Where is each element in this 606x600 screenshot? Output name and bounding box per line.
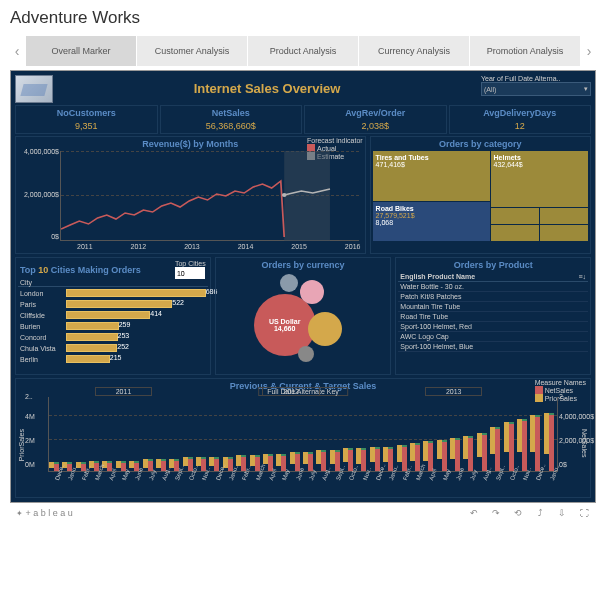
tabs-prev[interactable]: ‹ [10, 37, 24, 65]
product-row[interactable]: Water Bottle - 30 oz. [398, 282, 588, 292]
product-row[interactable]: Sport-100 Helmet, Red [398, 322, 588, 332]
cell-name: Helmets [494, 154, 521, 161]
legend-swatch [535, 386, 543, 394]
dashboard: Internet Sales Overview Year of Full Dat… [10, 70, 596, 503]
refresh-icon[interactable]: ⟲ [512, 507, 524, 519]
y-tick: 4,000,000$ [19, 148, 59, 155]
kpi-label: AvgRev/Order [307, 108, 444, 118]
y-tick: 2,000,000$ [559, 437, 601, 444]
product-row[interactable]: Mountain Tire Tube [398, 302, 588, 312]
kpi-value: 2,038$ [307, 121, 444, 131]
product-row[interactable]: Patch Kit/8 Patches [398, 292, 588, 302]
kpi-avgrev: AvgRev/Order2,038$ [304, 105, 447, 134]
cities-chart[interactable]: Top 10 Cities Making Orders Top Cities C… [15, 257, 211, 375]
treemap-cell[interactable]: Road Bikes 27,579,521$ 8,068 [373, 202, 490, 241]
city-row[interactable]: Cliffside414 [20, 310, 206, 320]
tab-currency[interactable]: Currency Analysis [359, 36, 469, 66]
treemap-cell[interactable] [540, 225, 588, 241]
revenue-chart[interactable]: Revenue($) by Months Forecast indicator … [15, 136, 366, 254]
year-label: 2012 [262, 387, 320, 396]
bubble[interactable] [308, 312, 342, 346]
svg-rect-0 [284, 151, 330, 241]
kpi-label: NoCustomers [18, 108, 155, 118]
filter-value: (All) [484, 86, 496, 93]
kpi-label: AvgDeliveryDays [452, 108, 589, 118]
panel-title: Orders by currency [261, 260, 344, 270]
year-filter[interactable]: (All) ▾ [481, 82, 591, 96]
y-tick: 4,000,000$ [559, 413, 601, 420]
y-tick: 2.. [559, 393, 601, 400]
x-tick: 2013 [184, 243, 200, 250]
kpi-netsales: NetSales56,368,660$ [160, 105, 303, 134]
sort-icon[interactable]: ≡↓ [578, 273, 586, 280]
product-row[interactable]: Sport-100 Helmet, Blue [398, 342, 588, 352]
tab-customer[interactable]: Customer Analysis [137, 36, 247, 66]
product-row[interactable]: Road Tire Tube [398, 312, 588, 322]
bubble[interactable] [280, 274, 298, 292]
city-row[interactable]: Burien259 [20, 321, 206, 331]
kpi-label: NetSales [163, 108, 300, 118]
cell-sub: 8,068 [376, 219, 394, 226]
share-icon[interactable]: ⤴ [534, 507, 546, 519]
svg-point-1 [282, 193, 287, 197]
cell-value: 27,579,521$ [376, 212, 415, 219]
undo-icon[interactable]: ↶ [468, 507, 480, 519]
bubble-value: 14,660 [274, 325, 295, 332]
year-label: 2011 [95, 387, 153, 396]
kpi-value: 12 [452, 121, 589, 131]
cell-value: 432,644$ [494, 161, 523, 168]
treemap-cell[interactable] [540, 208, 588, 224]
treemap-cell[interactable] [491, 208, 539, 224]
product-row[interactable]: AWC Logo Cap [398, 332, 588, 342]
treemap-cell[interactable] [491, 225, 539, 241]
category-treemap[interactable]: Orders by category Tires and Tubes 471,4… [370, 136, 591, 254]
fullscreen-icon[interactable]: ⛶ [578, 507, 590, 519]
currency-chart[interactable]: Orders by currency US Dollar 14,660 [215, 257, 392, 375]
top-n-input[interactable] [175, 267, 205, 279]
panel-title: Orders by Product [398, 260, 588, 270]
legend-title: Forecast indicator [307, 137, 363, 144]
y-tick: 0M [25, 461, 35, 468]
redo-icon[interactable]: ↷ [490, 507, 502, 519]
cell-name: Tires and Tubes [376, 154, 429, 161]
tableau-logo[interactable]: ✦ + a b l e a u [16, 508, 73, 518]
tabs-nav: ‹ Overall Marker Customer Analysis Produ… [10, 36, 596, 66]
bubble[interactable] [298, 346, 314, 362]
city-row[interactable]: Concord253 [20, 332, 206, 342]
download-icon[interactable]: ⇩ [556, 507, 568, 519]
tab-overall[interactable]: Overall Marker [26, 36, 136, 66]
bubble[interactable] [300, 280, 324, 304]
kpi-value: 56,368,660$ [163, 121, 300, 131]
city-row[interactable]: London686 [20, 288, 206, 298]
year-label: 2013 [425, 387, 483, 396]
x-tick: 2011 [77, 243, 93, 250]
sales-chart[interactable]: Previous & Current & Target Sales Measur… [15, 378, 591, 498]
products-list[interactable]: Orders by Product English Product Name ≡… [395, 257, 591, 375]
y-tick: 2.. [25, 393, 33, 400]
y-tick: 0$ [559, 461, 601, 468]
y-tick: 2,000,000$ [19, 191, 59, 198]
column-header: English Product Name [400, 273, 475, 280]
app-title: Adventure Works [10, 8, 596, 28]
bubble-label: US Dollar [269, 318, 301, 325]
tab-product[interactable]: Product Analysis [248, 36, 358, 66]
kpi-delivery: AvgDeliveryDays12 [449, 105, 592, 134]
column-header: City [18, 279, 208, 287]
y-tick: 2M [25, 437, 35, 444]
treemap-cell[interactable]: Tires and Tubes 471,416$ [373, 151, 490, 201]
axis-label: PriorSales [18, 429, 25, 461]
dashboard-title: Internet Sales Overview [59, 75, 475, 96]
chevron-down-icon: ▾ [584, 85, 588, 93]
input-label: Top Cities [175, 260, 206, 267]
city-row[interactable]: Paris522 [20, 299, 206, 309]
city-row[interactable]: Berlin215 [20, 354, 206, 364]
x-tick: 2012 [131, 243, 147, 250]
treemap-cell[interactable]: Helmets 432,644$ [491, 151, 588, 207]
filter-label: Year of Full Date Alterna.. [481, 75, 591, 82]
logo [15, 75, 53, 103]
cell-value: 471,416$ [376, 161, 405, 168]
city-row[interactable]: Chula Vista252 [20, 343, 206, 353]
tab-promotion[interactable]: Promotion Analysis [470, 36, 580, 66]
tabs-next[interactable]: › [582, 37, 596, 65]
panel-title: Orders by category [373, 139, 588, 149]
